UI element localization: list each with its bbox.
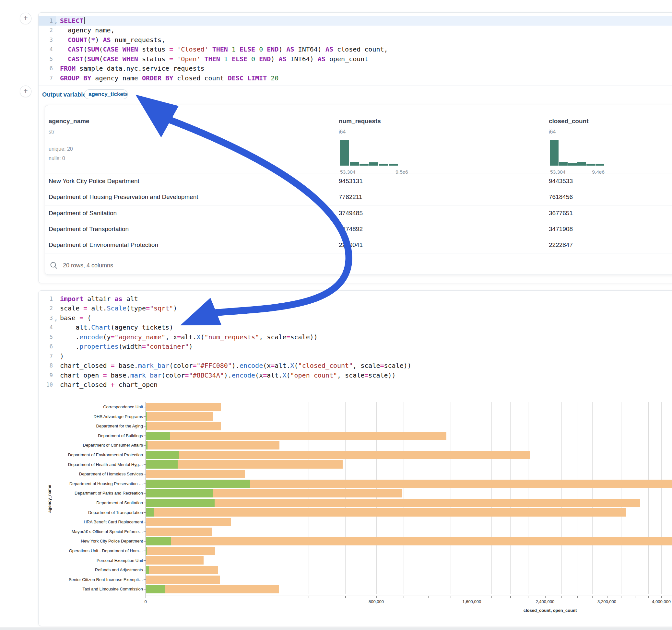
- code-line[interactable]: 10chart_closed + chart_open: [39, 380, 672, 390]
- code-line[interactable]: 6 .properties(width="container"): [39, 342, 672, 352]
- closed-count-bar: [146, 451, 530, 459]
- table-cell[interactable]: 7782211: [339, 193, 362, 201]
- chart-x-axis-line: [146, 596, 672, 596]
- gridline: [648, 402, 649, 594]
- histogram-bar: [389, 164, 398, 166]
- code-line[interactable]: 2 agency_name,: [39, 26, 672, 35]
- closed-count-bar: [146, 499, 640, 507]
- column-header[interactable]: closed_count: [549, 118, 589, 125]
- gridline: [545, 402, 545, 594]
- next-cell-collapsed[interactable]: [0, 627, 672, 630]
- closed-count-bar: [146, 412, 213, 421]
- y-axis-label: DHS Advantage Programs: [45, 414, 143, 419]
- column-type: i64: [339, 129, 345, 135]
- x-tick: [510, 596, 511, 598]
- sql-code-editor[interactable]: 1∨SELECT2 agency_name,3 COUNT(*) AS num_…: [39, 16, 672, 83]
- x-tick: [261, 596, 262, 598]
- column-header[interactable]: agency_name: [49, 118, 90, 125]
- gridline: [345, 402, 345, 594]
- notebook-page: + + 1∨SELECT2 agency_name,3 COUNT(*) AS …: [0, 0, 672, 630]
- code-line[interactable]: 4 alt.Chart(agency_tickets): [39, 323, 672, 333]
- code-line[interactable]: 5 .encode(y="agency_name", x=alt.X("num_…: [39, 332, 672, 342]
- x-tick: [592, 596, 593, 598]
- table-cell[interactable]: 3677651: [549, 210, 573, 217]
- code-line[interactable]: 6FROM sample_data.nyc.service_requests: [39, 64, 672, 74]
- table-cell[interactable]: 9453131: [339, 177, 363, 185]
- code-line[interactable]: 1import altair as alt: [39, 294, 672, 304]
- gridline: [451, 402, 451, 594]
- line-number: 5: [39, 332, 56, 342]
- table-cell[interactable]: Department of Housing Preservation and D…: [49, 193, 198, 201]
- chart-plot-area: [146, 402, 672, 594]
- code-line[interactable]: 9chart_open = base.mark_bar(color="#8BC3…: [39, 370, 672, 380]
- y-axis-label: Department of Parks and Recreation: [45, 491, 143, 495]
- histogram-min-label: 53,304: [550, 169, 565, 175]
- code-line[interactable]: 7): [39, 351, 672, 361]
- gridline: [309, 402, 309, 594]
- closed-count-bar: [146, 518, 231, 526]
- open-count-bar: [146, 480, 250, 488]
- table-cell[interactable]: 2222847: [549, 241, 573, 248]
- gridline: [661, 402, 662, 594]
- code-line[interactable]: 8chart_closed = base.mark_bar(color="#FF…: [39, 361, 672, 371]
- gridline: [376, 402, 377, 594]
- code-line[interactable]: 4 CAST(SUM(CASE WHEN status = 'Closed' T…: [39, 45, 672, 54]
- fold-chevron-icon[interactable]: ∨: [54, 21, 57, 25]
- table-cell[interactable]: Department of Sanitation: [49, 210, 117, 217]
- row-divider: [45, 173, 672, 173]
- add-cell-button-top[interactable]: +: [20, 13, 31, 24]
- closed-count-bar: [146, 556, 203, 564]
- histogram-bar: [360, 164, 368, 166]
- code-line[interactable]: 5 CAST(SUM(CASE WHEN status = 'Open' THE…: [39, 54, 672, 64]
- column-header[interactable]: num_requests: [339, 118, 381, 125]
- y-axis-label: Department of Consumer Affairs: [45, 443, 143, 447]
- histogram-bar: [559, 162, 568, 166]
- open-count-bar: [146, 499, 215, 507]
- code-line[interactable]: 7GROUP BY agency_name ORDER BY closed_co…: [39, 73, 672, 83]
- gridline: [510, 402, 510, 594]
- x-axis-label: 2,400,000: [535, 599, 554, 604]
- code-line[interactable]: 1∨SELECT: [39, 16, 672, 26]
- x-tick: [376, 596, 377, 598]
- open-count-bar: [146, 585, 165, 593]
- table-cell[interactable]: Department of Environmental Protection: [49, 241, 158, 248]
- search-icon[interactable]: [50, 261, 58, 270]
- python-code-editor[interactable]: 1import altair as alt2scale = alt.Scale(…: [39, 294, 672, 390]
- x-axis-label: 0: [144, 599, 146, 604]
- text-cursor: [84, 17, 85, 24]
- add-cell-button-output[interactable]: +: [20, 86, 31, 97]
- histogram-min-label: 53,304: [340, 169, 355, 175]
- x-tick: [404, 596, 404, 598]
- table-cell[interactable]: 3471908: [549, 225, 573, 233]
- gridline: [621, 402, 621, 594]
- line-number: 6: [39, 64, 56, 74]
- gridline: [528, 402, 528, 594]
- x-tick: [528, 596, 529, 598]
- code-line[interactable]: 3∨base = (: [39, 313, 672, 323]
- output-variable-pill[interactable]: agency_tickets: [84, 90, 128, 99]
- table-row-count: 20 rows, 4 columns: [63, 262, 113, 269]
- table-cell[interactable]: 3774892: [339, 225, 363, 233]
- table-cell[interactable]: 2240041: [339, 241, 363, 248]
- table-cell[interactable]: New York City Police Department: [49, 177, 139, 185]
- line-number: 4: [39, 45, 56, 54]
- closed-count-bar: [146, 585, 279, 593]
- output-variable-label: Output variable:: [42, 91, 88, 98]
- chart-y-axis-title: agency_name: [47, 485, 52, 513]
- chart-x-axis-title: closed_count, open_count: [524, 608, 577, 613]
- table-cell[interactable]: 7618456: [549, 193, 573, 201]
- closed-count-bar: [146, 441, 280, 450]
- histogram-bar: [577, 162, 586, 166]
- y-axis-label: Department of Buildings: [45, 433, 143, 438]
- code-line[interactable]: 3 COUNT(*) AS num_requests,: [39, 35, 672, 45]
- gridline: [472, 402, 472, 594]
- table-cell[interactable]: 3749485: [339, 210, 363, 217]
- closed-count-bar: [146, 576, 220, 584]
- table-cell[interactable]: 9443533: [549, 177, 573, 185]
- y-axis-label: Department of Homeless Services: [45, 471, 143, 477]
- table-cell[interactable]: Department of Transportation: [49, 225, 129, 233]
- code-line[interactable]: 2scale = alt.Scale(type="sqrt"): [39, 304, 672, 313]
- previous-cell-edge: [39, 1, 672, 1]
- closed-count-bar: [146, 566, 218, 574]
- fold-chevron-icon[interactable]: ∨: [54, 318, 57, 322]
